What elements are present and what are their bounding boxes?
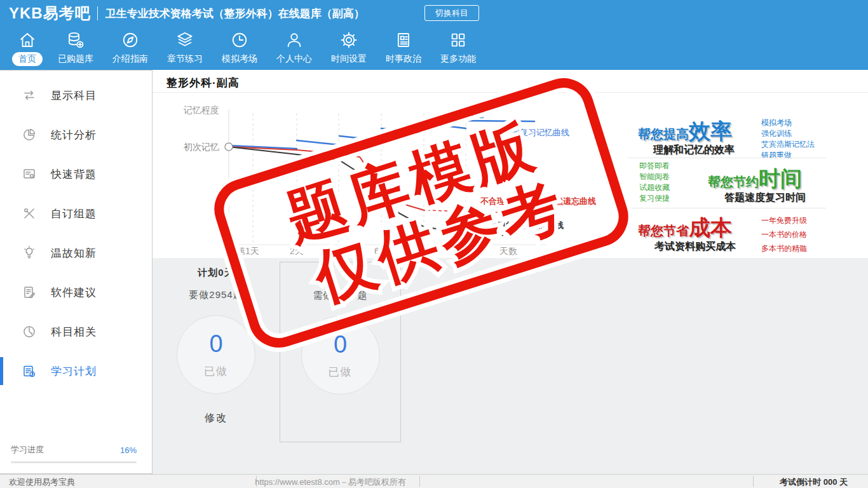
mock-exam-clock-icon (230, 30, 249, 50)
logo-divider (97, 6, 98, 20)
plan-today-circle: 0 已做 (301, 316, 380, 395)
study-progress-label: 学习进度 (11, 444, 44, 456)
sidebar-item-study-plan[interactable]: 学习计划 (0, 351, 152, 391)
study-plan-icon (22, 363, 37, 379)
promo-list-item: 即答即看 (639, 161, 670, 172)
promo-heading-time: 帮您节约时间 (708, 165, 802, 194)
plan-edit-link[interactable]: 修改 (162, 412, 270, 425)
promo-divider (628, 208, 826, 208)
sidebar-item-label: 快速背题 (51, 167, 97, 182)
sidebar-item-label: 科目相关 (51, 325, 97, 339)
promo-heading-prefix: 帮您节约 (708, 175, 759, 189)
chapter-layers-icon (175, 30, 194, 50)
promo-list-efficiency: 模拟考场 强化训练 艾宾浩斯记忆法 错题重做 (761, 118, 815, 161)
promo-list-item: 模拟考场 (761, 118, 815, 128)
lightbulb-icon (22, 245, 37, 261)
status-copyright: https://www.etest8.com－易考吧版权所有 (245, 477, 416, 488)
sidebar: 显示科目 统计分析 快速背题 自订组题 温故知新 软件建议 科目相关 学习计划 … (0, 70, 153, 474)
news-icon (394, 30, 413, 50)
promo-list-time: 即答即看 智能阅卷 试题收藏 复习便捷 (639, 161, 670, 204)
plan-total-questions-text: 要做2954题 (162, 289, 270, 301)
sidebar-item-label: 软件建议 (51, 285, 97, 300)
plan-done-count: 0 (209, 330, 222, 358)
app-logo: YKB易考吧 (9, 3, 91, 24)
nav-item-mock-exam[interactable]: 模拟考场 (215, 30, 264, 66)
nav-item-guide[interactable]: 介绍指南 (106, 30, 154, 66)
study-progress-value: 16% (120, 445, 137, 455)
content-titlebar: 整形外科·副高 (153, 70, 868, 93)
pie-chart-icon (22, 127, 37, 142)
promo-heading-cost: 帮您节省成本 (638, 214, 732, 243)
sidebar-item-label: 学习计划 (51, 364, 97, 379)
swap-arrows-icon (22, 88, 37, 103)
status-separator (419, 476, 420, 487)
nav-label: 时事政治 (379, 52, 428, 66)
nav-label: 已购题库 (51, 52, 100, 66)
promo-list-item: 智能阅卷 (639, 172, 670, 182)
nav-label: 章节练习 (161, 52, 209, 66)
plan-day-prefix: 第 (318, 268, 329, 280)
nav-item-home[interactable]: 首页 (10, 30, 45, 66)
plan-day-suffix: 天 (353, 268, 363, 280)
promo-subtitle: 答题速度复习时间 (724, 191, 806, 205)
plan-today-label: 已做 (329, 365, 353, 379)
nav-item-chapter-practice[interactable]: 章节练习 (161, 30, 209, 66)
promo-heading-big: 时间 (759, 166, 802, 191)
sidebar-item-custom-questions[interactable]: 自订组题 (0, 194, 152, 233)
nav-item-time-settings[interactable]: 时间设置 (325, 30, 373, 66)
nav-label: 首页 (12, 52, 43, 66)
user-icon (285, 30, 304, 50)
plan-today-count: 0 (334, 331, 347, 358)
promo-divider (628, 158, 826, 158)
nav-item-more[interactable]: 更多功能 (434, 30, 482, 66)
promo-list-item: 试题收藏 (639, 182, 670, 193)
status-bar: 欢迎使用易考宝典 https://www.etest8.com－易考吧版权所有 … (0, 474, 868, 488)
sidebar-item-label: 统计分析 (51, 128, 97, 142)
plan-days-text: 计划0天 (162, 267, 270, 279)
promo-heading-big: 成本 (689, 215, 732, 240)
nav-item-purchased-banks[interactable]: 已购题库 (51, 30, 100, 66)
page-title: 整形外科·副高 (166, 76, 868, 90)
exam-countdown: 考试倒计时 000 天 (780, 477, 848, 488)
study-progress-bar (11, 461, 137, 463)
tools-icon (22, 206, 37, 221)
subject-related-icon (22, 324, 37, 339)
status-separator (753, 476, 754, 487)
plan-need-prefix: 需做 (313, 290, 334, 302)
sidebar-item-show-subjects[interactable]: 显示科目 (0, 76, 152, 115)
plan-done-label: 已做 (204, 364, 228, 379)
plan-need-suffix: 题 (358, 290, 368, 302)
promo-list-item: 强化训练 (761, 128, 815, 139)
promo-heading-prefix: 帮您提高 (638, 127, 689, 141)
promo-list-item: 艾宾浩斯记忆法 (761, 139, 815, 150)
promo-subtitle: 理解和记忆的效率 (653, 144, 735, 157)
app-title: 卫生专业技术资格考试（整形外科）在线题库（副高） (105, 6, 365, 21)
sidebar-item-quick-memorize[interactable]: 快速背题 (0, 154, 152, 194)
flashcard-icon (22, 166, 37, 182)
sidebar-item-subject-related[interactable]: 科目相关 (0, 312, 152, 351)
sidebar-item-review[interactable]: 温故知新 (0, 233, 152, 273)
nav-item-current-politics[interactable]: 时事政治 (379, 30, 428, 66)
status-welcome: 欢迎使用易考宝典 (9, 477, 75, 488)
sidebar-item-statistics[interactable]: 统计分析 (0, 115, 152, 154)
promo-heading-big: 效率 (689, 119, 732, 143)
promo-panel: 帮您提高效率 理解和记忆的效率 模拟考场 强化训练 艾宾浩斯记忆法 错题重做 即… (628, 116, 857, 254)
app-header: YKB易考吧 卫生专业技术资格考试（整形外科）在线题库（副高） 切换科目 (0, 0, 868, 27)
promo-subtitle: 考试资料购买成本 (654, 240, 736, 254)
promo-list-item: 一本书的价格 (761, 227, 807, 241)
sidebar-item-software-suggestion[interactable]: 软件建议 (0, 273, 152, 312)
nav-label: 模拟考场 (215, 52, 264, 66)
switch-subject-button[interactable]: 切换科目 (424, 5, 479, 21)
promo-list-item: 一年免费升级 (761, 214, 807, 227)
nav-item-user-center[interactable]: 个人中心 (270, 30, 318, 66)
promo-heading-efficiency: 帮您提高效率 (638, 117, 732, 146)
nav-label: 时间设置 (325, 52, 373, 66)
more-grid-icon (449, 30, 468, 50)
guide-compass-icon (121, 30, 140, 50)
promo-heading-prefix: 帮您节省 (638, 224, 689, 238)
plan-done-circle: 0 已做 (177, 315, 255, 394)
promo-list-cost: 一年免费升级 一本书的价格 多本书的精髓 (761, 214, 807, 255)
suggestion-doc-icon (22, 285, 37, 300)
time-settings-gear-icon (339, 30, 358, 50)
nav-label: 更多功能 (434, 52, 482, 66)
